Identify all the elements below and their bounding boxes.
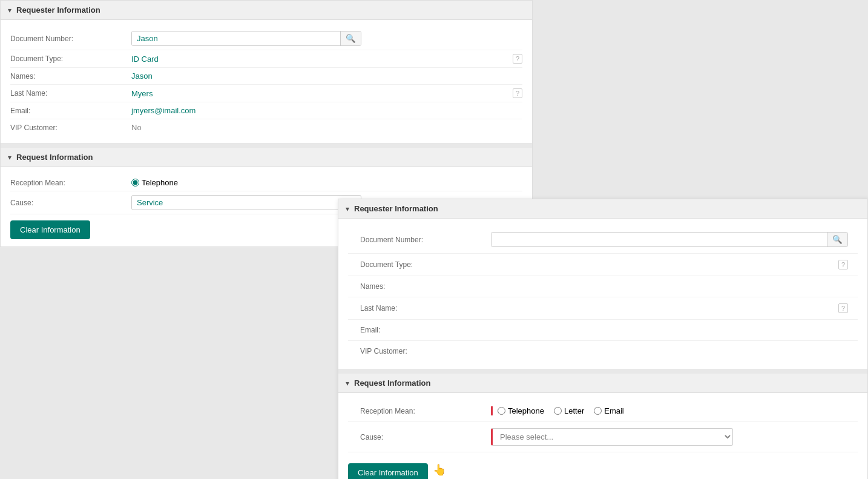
telephone-radio-right[interactable]: Telephone: [498, 406, 544, 415]
last-name-row-left: Last Name: Myers ?: [10, 85, 522, 102]
reception-mean-label-left: Reception Mean:: [10, 179, 131, 187]
doc-number-input-container-left[interactable]: 🔍: [131, 31, 361, 46]
last-name-value-left: Myers: [131, 89, 513, 98]
doc-type-label-left: Document Type:: [10, 55, 131, 63]
last-name-info-icon-left[interactable]: ?: [513, 88, 522, 98]
requester-section-body-right: Document Number: 🔍 Document Type: ? Name…: [338, 219, 867, 369]
doc-number-input-right[interactable]: [492, 233, 827, 246]
section-divider-left: [1, 143, 532, 148]
requester-section-title-left: Requester Information: [16, 5, 100, 15]
email-row-right: Email:: [348, 320, 858, 341]
vip-label-right: VIP Customer:: [358, 347, 491, 355]
vip-row-left: VIP Customer: No: [10, 119, 522, 136]
requester-chevron-left[interactable]: ▾: [8, 6, 12, 15]
reception-mean-radio-group-right: Telephone Letter Email: [491, 406, 624, 415]
request-chevron-left[interactable]: ▾: [8, 153, 12, 162]
last-name-row-right: Last Name: ?: [348, 297, 858, 320]
last-name-label-left: Last Name:: [10, 89, 131, 97]
cause-input-left[interactable]: [131, 195, 361, 210]
last-name-label-right: Last Name:: [358, 304, 491, 312]
doc-number-search-btn-right[interactable]: 🔍: [827, 233, 847, 246]
doc-number-row-right: Document Number: 🔍: [348, 226, 858, 254]
email-label-right: Email:: [358, 326, 491, 334]
email-row-left: Email: jmyers@imail.com: [10, 102, 522, 119]
cause-label-right: Cause:: [358, 433, 491, 441]
doc-type-row-right: Document Type: ?: [348, 254, 858, 276]
names-row-left: Names: Jason: [10, 68, 522, 85]
reception-mean-label-right: Reception Mean:: [358, 407, 491, 415]
request-section-title-left: Request Information: [16, 153, 93, 162]
request-section-header-left[interactable]: ▾ Request Information: [1, 148, 532, 167]
requester-section-body-left: Document Number: 🔍 Document Type: ID Car…: [1, 20, 532, 143]
requester-section-title-right: Requester Information: [354, 204, 438, 213]
names-value-left: Jason: [131, 71, 522, 81]
vip-value-left: No: [131, 123, 142, 132]
doc-number-label-left: Document Number:: [10, 35, 131, 43]
names-label-left: Names:: [10, 72, 131, 81]
last-name-info-icon-right[interactable]: ?: [838, 303, 848, 313]
doc-number-input-left[interactable]: [132, 31, 340, 45]
email-radio-label-right: Email: [604, 406, 624, 415]
cause-label-left: Cause:: [10, 199, 131, 207]
doc-type-value-left: ID Card: [131, 55, 513, 64]
cause-row-right: Cause: Please select... Service: [348, 422, 858, 452]
requester-section-header-left[interactable]: ▾ Requester Information: [1, 1, 532, 20]
doc-type-row-left: Document Type: ID Card ?: [10, 50, 522, 68]
doc-type-info-icon-left[interactable]: ?: [513, 54, 522, 64]
clear-info-btn-right[interactable]: Clear Information: [348, 463, 428, 479]
request-section-body-right: Reception Mean: Telephone Letter Email C…: [338, 393, 867, 479]
request-chevron-right[interactable]: ▾: [346, 379, 349, 388]
cause-select-right[interactable]: Please select... Service: [491, 428, 733, 446]
telephone-radio-label-left: Telephone: [142, 178, 178, 187]
names-label-right: Names:: [358, 282, 491, 291]
doc-type-label-right: Document Type:: [358, 260, 491, 269]
doc-type-info-icon-right[interactable]: ?: [838, 260, 848, 269]
vip-label-left: VIP Customer:: [10, 124, 131, 132]
names-row-right: Names:: [348, 276, 858, 297]
vip-row-right: VIP Customer:: [348, 341, 858, 362]
letter-radio-label-right: Letter: [564, 406, 584, 415]
request-section-header-right[interactable]: ▾ Request Information: [338, 374, 867, 393]
doc-number-row-left: Document Number: 🔍: [10, 27, 522, 50]
reception-mean-row-left: Reception Mean: Telephone: [10, 174, 522, 191]
telephone-radio-label-right: Telephone: [508, 406, 544, 415]
letter-radio-right[interactable]: Letter: [554, 406, 584, 415]
requester-section-header-right[interactable]: ▾ Requester Information: [338, 199, 867, 219]
request-section-title-right: Request Information: [354, 378, 430, 388]
section-divider-right: [338, 369, 867, 374]
right-panel: ▾ Requester Information Document Number:…: [338, 199, 868, 479]
telephone-radio-left[interactable]: Telephone: [131, 178, 178, 187]
clear-info-btn-left[interactable]: Clear Information: [10, 220, 90, 239]
doc-number-input-container-right[interactable]: 🔍: [491, 232, 848, 247]
doc-number-label-right: Document Number:: [358, 236, 491, 244]
email-radio-right[interactable]: Email: [594, 406, 624, 415]
cursor-icon: 👆: [433, 463, 446, 477]
reception-mean-radio-group-left: Telephone: [131, 178, 178, 187]
email-value-left: jmyers@imail.com: [131, 106, 522, 115]
email-label-left: Email:: [10, 107, 131, 115]
reception-mean-row-right: Reception Mean: Telephone Letter Email: [348, 400, 858, 422]
doc-number-search-btn-left[interactable]: 🔍: [340, 31, 361, 45]
requester-chevron-right[interactable]: ▾: [346, 205, 349, 213]
